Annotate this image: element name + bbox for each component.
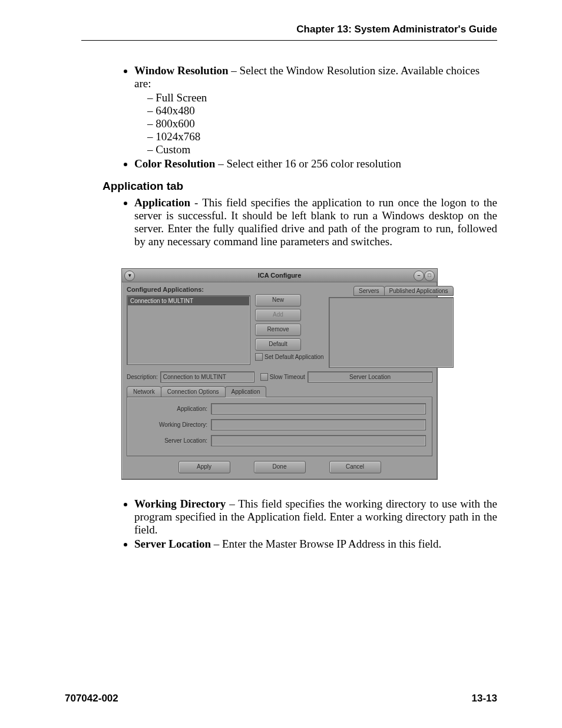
minimize-icon[interactable]: –	[414, 271, 424, 281]
header-rule	[81, 40, 497, 41]
window-resolution-label: Window Resolution	[134, 64, 229, 77]
maximize-icon[interactable]: □	[424, 271, 435, 281]
configured-apps-label: Configured Applications:	[127, 286, 250, 293]
apply-button[interactable]: Apply	[178, 461, 230, 473]
cancel-button[interactable]: Cancel	[329, 461, 381, 473]
working-directory-item: Working Directory – This field specifies…	[134, 498, 497, 536]
description-label: Description:	[127, 374, 158, 380]
ica-configure-window: ▾ ICA Configure – □ Configured Applicati…	[121, 268, 438, 480]
working-directory-label: Working Directory	[134, 498, 226, 510]
resolution-option: 800x600	[147, 117, 497, 130]
server-location-text: – Enter the Master Browse IP Address in …	[211, 538, 441, 550]
resolution-list: Full Screen 640x480 800x600 1024x768 Cus…	[134, 91, 497, 156]
servers-listbox[interactable]	[329, 297, 454, 368]
done-button[interactable]: Done	[254, 461, 306, 473]
application-label: Application	[134, 196, 190, 209]
system-menu-icon[interactable]: ▾	[124, 271, 135, 281]
configured-apps-listbox[interactable]: Connection to MULTINT	[127, 295, 250, 365]
remove-button[interactable]: Remove	[255, 324, 301, 336]
slow-timeout-checkbox[interactable]	[260, 373, 268, 381]
color-resolution-item: Color Resolution – Select either 16 or 2…	[134, 157, 497, 170]
application-field-label: Application:	[133, 406, 207, 412]
default-button[interactable]: Default	[255, 338, 301, 351]
working-directory-field-label: Working Directory:	[133, 421, 207, 428]
window-resolution-item: Window Resolution – Select the Window Re…	[134, 64, 497, 156]
application-tab-panel: Application: Working Directory: Server L…	[127, 397, 432, 456]
resolution-option: Custom	[147, 143, 497, 156]
tab-connection-options[interactable]: Connection Options	[161, 386, 226, 397]
server-location-item: Server Location – Enter the Master Brows…	[134, 538, 497, 551]
set-default-checkbox[interactable]	[255, 353, 263, 361]
tab-servers[interactable]: Servers	[353, 286, 384, 296]
new-button[interactable]: New	[255, 294, 301, 307]
slow-timeout-label: Slow Timeout	[270, 374, 305, 380]
resolution-option: Full Screen	[147, 91, 497, 104]
description-field[interactable]: Connection to MULTINT	[160, 371, 254, 383]
tab-application[interactable]: Application	[225, 386, 267, 397]
chapter-header: Chapter 13: System Administrator's Guide	[65, 24, 497, 40]
footer-pagenum: 13-13	[472, 693, 497, 704]
list-item[interactable]: Connection to MULTINT	[128, 297, 249, 305]
server-location-field[interactable]	[211, 435, 426, 446]
server-location-display[interactable]: Server Location	[308, 371, 432, 383]
application-field[interactable]	[211, 403, 426, 414]
color-resolution-label: Color Resolution	[134, 157, 215, 170]
titlebar: ▾ ICA Configure – □	[122, 269, 437, 282]
tab-published-applications[interactable]: Published Applications	[384, 286, 454, 296]
application-item: Application - This field specifies the a…	[134, 196, 497, 248]
set-default-label: Set Default Application	[265, 354, 324, 360]
resolution-option: 640x480	[147, 104, 497, 117]
color-resolution-text: – Select either 16 or 256 color resoluti…	[215, 157, 401, 170]
window-title: ICA Configure	[258, 272, 302, 279]
server-location-label: Server Location	[134, 538, 211, 550]
section-heading-application-tab: Application tab	[103, 180, 497, 193]
working-directory-field[interactable]	[211, 419, 426, 430]
add-button[interactable]: Add	[255, 309, 301, 321]
server-location-field-label: Server Location:	[133, 437, 207, 444]
footer-docnum: 707042-002	[65, 693, 118, 704]
resolution-option: 1024x768	[147, 130, 497, 143]
tab-network[interactable]: Network	[127, 386, 161, 397]
